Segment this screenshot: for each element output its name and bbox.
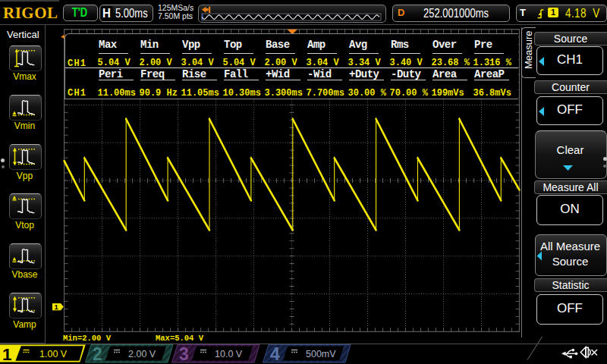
svg-text:10.0 V: 10.0 V: [215, 349, 243, 359]
svg-text:1.00 V: 1.00 V: [39, 349, 68, 359]
svg-text:2.00 V: 2.00 V: [128, 349, 156, 359]
svg-text:1: 1: [2, 345, 12, 363]
svg-text:500mV: 500mV: [306, 349, 336, 359]
svg-text:2: 2: [93, 344, 102, 363]
svg-text:3: 3: [179, 344, 189, 363]
svg-text:1: 1: [55, 303, 59, 311]
svg-text:4: 4: [270, 344, 280, 363]
